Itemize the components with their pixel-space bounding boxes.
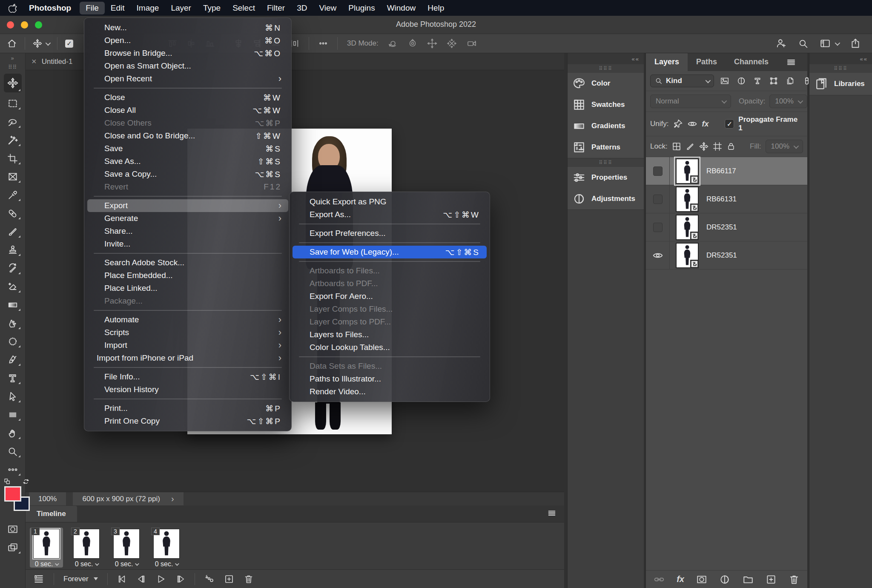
- crop-tool[interactable]: [4, 151, 22, 166]
- lock-artboard-icon[interactable]: [713, 142, 722, 151]
- file-menu-item[interactable]: Browse in Bridge... ⌥⌘O ›: [87, 47, 288, 60]
- new-layer-icon[interactable]: [766, 574, 777, 585]
- more-align-options-button[interactable]: [318, 39, 328, 48]
- file-menu-item[interactable]: Print... ⌘P ›: [87, 402, 288, 415]
- layer-thumbnail[interactable]: [676, 186, 699, 212]
- home-button[interactable]: [7, 38, 17, 49]
- panel-button-adjustments[interactable]: Adjustments: [568, 188, 644, 209]
- status-chevron-icon[interactable]: ›: [171, 494, 174, 504]
- RB66117[interactable]: RB66117: [646, 157, 807, 185]
- lock-image-pixels-icon[interactable]: [686, 142, 695, 151]
- tab-timeline[interactable]: Timeline: [26, 506, 77, 522]
- play-button[interactable]: [156, 574, 166, 584]
- toolbar-expand-icon[interactable]: »: [0, 53, 25, 62]
- collapse-dock-icon[interactable]: ««: [568, 53, 644, 64]
- visibility-toggle[interactable]: [646, 241, 670, 269]
- file-menu-item[interactable]: Open Recent ›: [87, 72, 288, 85]
- marquee-tool[interactable]: [4, 96, 22, 111]
- default-colors-icon[interactable]: [3, 478, 11, 485]
- file-menu-item[interactable]: Save As... ⇧⌘S ›: [87, 155, 288, 168]
- menubar-item[interactable]: Filter: [261, 2, 291, 14]
- file-menu-item[interactable]: Invite... ›: [87, 238, 288, 250]
- file-menu-item[interactable]: Export ›: [87, 199, 288, 212]
- export-menu-item[interactable]: Export For Aero... ›: [293, 290, 487, 303]
- menubar-item[interactable]: Image: [131, 2, 165, 14]
- blend-mode-dropdown[interactable]: Normal: [650, 95, 731, 108]
- frame-duration-dropdown[interactable]: 0 sec.: [75, 559, 98, 570]
- 3d-camera-button[interactable]: [466, 38, 477, 49]
- DR52351[interactable]: DR52351: [646, 213, 807, 241]
- file-menu-item[interactable]: ›: [94, 196, 282, 197]
- hand-tool[interactable]: [4, 426, 22, 440]
- layer-name[interactable]: DR52351: [706, 223, 737, 232]
- tween-button[interactable]: [204, 574, 215, 584]
- file-menu-item[interactable]: Close All ⌥⌘W ›: [87, 104, 288, 117]
- unify-style-icon[interactable]: fx: [702, 120, 708, 129]
- dock-grip[interactable]: ⠿⠿⠿: [568, 64, 644, 73]
- file-menu-item[interactable]: ›: [94, 310, 282, 311]
- file-menu-item[interactable]: Revert F12 ›: [87, 181, 288, 193]
- timeline-options-icon[interactable]: [33, 574, 44, 585]
- collapse-dock-icon[interactable]: ««: [809, 53, 872, 64]
- panel-tab[interactable]: Layers: [646, 53, 688, 71]
- close-tab-icon[interactable]: ×: [32, 57, 37, 66]
- edit-toolbar-button[interactable]: [4, 462, 22, 477]
- 3d-slide-button[interactable]: [447, 38, 457, 49]
- frame-duration-dropdown[interactable]: 0 sec.: [115, 559, 138, 570]
- timeline-panel-menu-icon[interactable]: [539, 504, 564, 522]
- layer-name[interactable]: DR52351: [706, 251, 737, 260]
- RB66131[interactable]: RB66131: [646, 185, 807, 213]
- adjustment-layer-icon[interactable]: [719, 574, 730, 585]
- visibility-toggle[interactable]: [646, 157, 670, 185]
- file-menu-item[interactable]: Search Adobe Stock... ›: [87, 256, 288, 269]
- file-menu-item[interactable]: Print One Copy ⌥⇧⌘P ›: [87, 415, 288, 427]
- tool-preset-button[interactable]: [33, 39, 49, 48]
- panel-button-properties[interactable]: Properties: [568, 167, 644, 188]
- lock-position-icon[interactable]: [699, 142, 708, 151]
- export-menu-item[interactable]: Save for Web (Legacy)... ⌥⇧⌘S ›: [293, 246, 487, 258]
- opacity-field[interactable]: 100%: [769, 95, 807, 108]
- export-menu-item[interactable]: ›: [299, 356, 480, 357]
- export-menu-item[interactable]: Export As... ⌥⇧⌘W ›: [293, 208, 487, 221]
- export-menu-item[interactable]: Export Preferences... ›: [293, 227, 487, 240]
- file-menu-item[interactable]: Version History ›: [87, 383, 288, 396]
- add-mask-icon[interactable]: [696, 574, 707, 585]
- rectangle-tool[interactable]: [4, 407, 22, 422]
- menubar-item[interactable]: Photoshop: [23, 2, 80, 14]
- file-menu-item[interactable]: ›: [94, 253, 282, 254]
- toolbar-grip[interactable]: ⠿⠿: [0, 62, 25, 71]
- visibility-toggle[interactable]: [646, 185, 670, 213]
- file-menu-item[interactable]: Import ›: [87, 339, 288, 352]
- file-menu-item[interactable]: ›: [94, 399, 282, 399]
- quick-mask-button[interactable]: [4, 522, 22, 536]
- filter-type-layers-icon[interactable]: [753, 77, 762, 85]
- gradient-tool[interactable]: [4, 298, 22, 312]
- pen-tool[interactable]: [4, 353, 22, 367]
- panel-button-color[interactable]: Color: [568, 73, 644, 94]
- lock-transparent-pixels-icon[interactable]: [672, 142, 681, 151]
- invite-people-button[interactable]: [776, 38, 787, 49]
- smudge-tool[interactable]: [4, 316, 22, 330]
- export-menu-item[interactable]: Quick Export as PNG ›: [293, 195, 487, 208]
- brush-tool[interactable]: [4, 224, 22, 239]
- file-menu-item[interactable]: Place Embedded... ›: [87, 269, 288, 282]
- workspace-switcher-button[interactable]: [820, 38, 839, 49]
- timeline-frame[interactable]: 1 0 sec.: [30, 528, 63, 568]
- share-button[interactable]: [850, 38, 861, 49]
- DR52351[interactable]: DR52351: [646, 241, 807, 270]
- frame-tool[interactable]: [4, 169, 22, 184]
- frame-duration-dropdown[interactable]: 0 sec.: [35, 559, 58, 570]
- file-menu-item[interactable]: New... ⌘N ›: [87, 21, 288, 34]
- file-menu-item[interactable]: Import from iPhone or iPad ›: [87, 352, 288, 364]
- filter-shape-layers-icon[interactable]: [769, 76, 778, 86]
- panel-button-swatches[interactable]: Swatches: [568, 94, 644, 115]
- export-menu-item[interactable]: Artboards to Files... ›: [293, 264, 487, 277]
- filter-smart-objects-icon[interactable]: [786, 76, 795, 86]
- export-menu-item[interactable]: Color Lookup Tables... ›: [293, 341, 487, 354]
- layers-panel-menu-icon[interactable]: [786, 57, 802, 67]
- file-menu-item[interactable]: Open... ⌘O ›: [87, 34, 288, 47]
- export-menu-item[interactable]: Layer Comps to PDF... ›: [293, 316, 487, 328]
- unify-visibility-icon[interactable]: [687, 119, 697, 129]
- 3d-pan-button[interactable]: [427, 38, 437, 49]
- panel-button-gradients[interactable]: Gradients: [568, 115, 644, 137]
